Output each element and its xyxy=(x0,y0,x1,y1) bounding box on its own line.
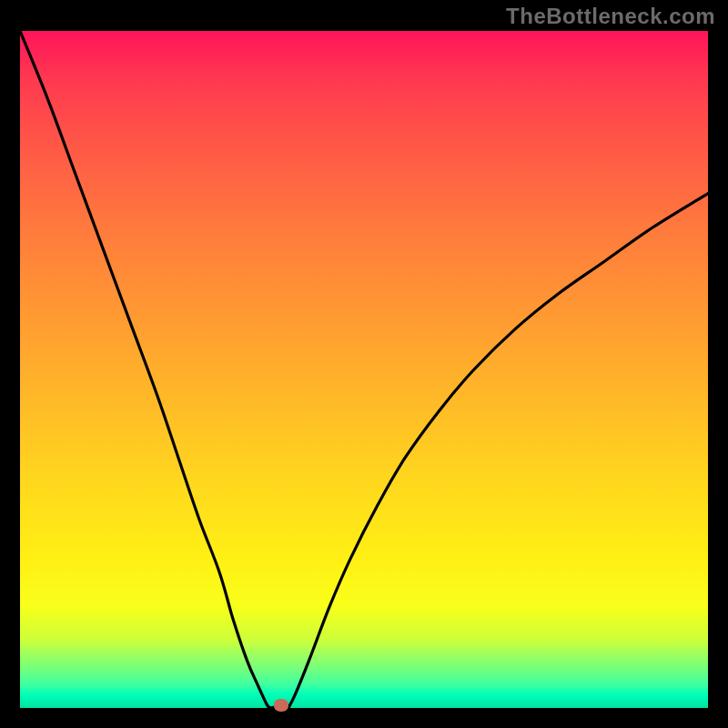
watermark-text: TheBottleneck.com xyxy=(506,4,715,29)
plot-area xyxy=(20,31,708,708)
bottleneck-curve xyxy=(20,31,708,708)
optimal-point-marker xyxy=(274,699,288,712)
chart-container: TheBottleneck.com xyxy=(0,0,728,728)
